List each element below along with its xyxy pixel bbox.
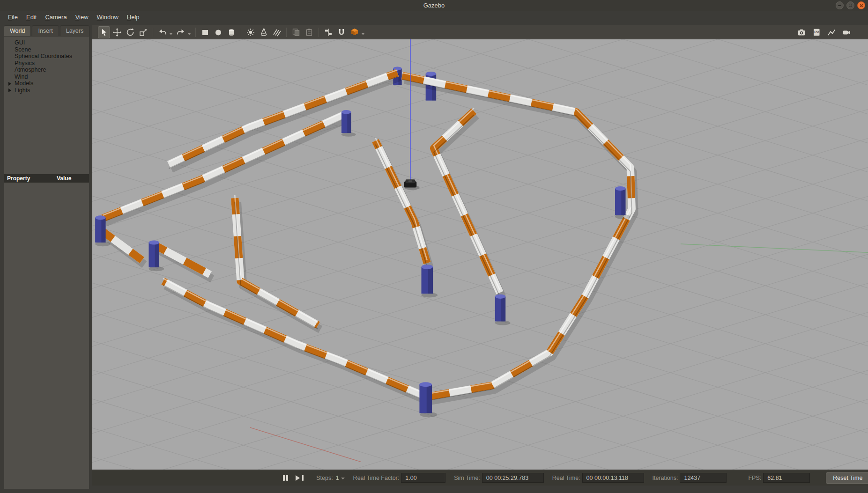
copy-icon [291,28,301,37]
video-camera-icon [842,28,851,37]
property-column-header: Property [4,175,57,182]
step-button[interactable] [294,472,305,484]
real-time-label: Real Time: [552,475,580,481]
sun-icon [246,28,255,37]
tree-item-wind[interactable]: Wind [8,74,87,81]
iterations-label: Iterations: [653,475,678,481]
expand-arrow-icon[interactable] [8,88,11,92]
step-icon [296,475,300,481]
tab-world[interactable]: World [4,25,31,36]
steps-spinner[interactable]: 1 [336,475,345,481]
magnet-icon [337,28,346,37]
redo-icon [176,28,185,37]
log-recording-button[interactable]: LOG [810,26,823,38]
menu-file[interactable]: File [4,12,22,22]
tree-item-lights[interactable]: Lights [8,87,87,94]
undo-icon [158,28,167,37]
directional-light-button[interactable] [271,26,283,38]
insert-sphere-button[interactable] [212,26,224,38]
rtf-field[interactable]: 1.00 [401,473,445,483]
steps-caret-icon[interactable] [341,478,345,479]
tree-item-spherical-coordinates[interactable]: Spherical Coordinates [8,53,87,60]
minimize-button[interactable] [836,1,844,9]
property-table-header: Property Value [4,174,89,183]
steps-value: 1 [336,475,339,481]
sim-time-label: Sim Time: [454,475,480,481]
view-caret-icon[interactable] [362,33,364,35]
tree-item-atmosphere[interactable]: Atmosphere [8,66,87,74]
undo-history-caret-icon[interactable] [170,33,172,35]
simulation-statusbar: Steps: 1 Real Time Factor: 1.00 Sim Time… [92,470,868,486]
reset-time-button[interactable]: Reset Time [826,472,868,484]
real-time-field[interactable]: 00 00:00:13.118 [582,473,644,483]
screenshot-button[interactable] [795,26,808,38]
fps-field[interactable]: 62.81 [763,473,810,483]
tab-layers[interactable]: Layers [60,25,90,36]
tree-item-models[interactable]: Models [8,80,87,87]
titlebar: Gazebo [0,0,868,11]
sphere-icon [214,28,223,37]
pillar[interactable] [341,110,356,137]
translate-tool-button[interactable] [111,26,123,38]
rotate-tool-button[interactable] [124,26,136,38]
scale-icon [139,28,148,37]
insert-box-button[interactable] [199,26,211,38]
left-panel: World Insert Layers GUI Scene Spherical … [4,25,89,489]
align-tool-button[interactable] [322,26,334,38]
window-controls [836,1,865,9]
maximize-button[interactable] [846,1,854,9]
change-view-button[interactable] [349,26,361,38]
directional-light-icon [272,28,282,37]
expand-arrow-icon[interactable] [8,82,11,86]
record-video-button[interactable] [840,26,853,38]
close-button[interactable] [857,1,865,9]
toolbar-separator [319,28,319,37]
redo-history-caret-icon[interactable] [188,33,191,35]
iterations-field[interactable]: 12437 [680,473,727,483]
menu-edit[interactable]: Edit [22,12,41,22]
toolbar-separator [195,28,196,37]
select-arrow-icon [99,28,109,37]
tree-item-physics[interactable]: Physics [8,60,87,67]
menubar: File Edit Camera View Window Help [0,11,868,22]
toolbar-separator [286,28,287,37]
align-icon [324,28,333,37]
tree-item-scene[interactable]: Scene [8,46,87,53]
render-viewport[interactable] [92,39,868,470]
panel-tabs: World Insert Layers [4,25,89,36]
snap-tool-button[interactable] [335,26,348,38]
sim-time-field[interactable]: 00 00:25:29.783 [482,473,544,483]
menu-view[interactable]: View [71,12,93,22]
gazebo-3d-scene[interactable] [92,39,868,470]
redo-button[interactable] [175,26,187,38]
barrier-bottom-edges [103,77,632,401]
pillar[interactable] [495,294,511,325]
step-icon [302,475,304,481]
steps-label: Steps: [316,475,333,481]
copy-button[interactable] [290,26,302,38]
view-cube-icon [350,28,359,37]
y-axis-line [681,244,868,252]
menu-camera[interactable]: Camera [41,12,71,22]
fps-label: FPS: [748,475,761,481]
menu-window[interactable]: Window [93,12,123,22]
scale-tool-button[interactable] [137,26,149,38]
plot-button[interactable] [825,26,838,38]
point-light-button[interactable] [245,26,257,38]
translate-icon [112,28,122,37]
insert-cylinder-button[interactable] [225,26,237,38]
robot[interactable] [404,179,420,190]
tree-item-gui[interactable]: GUI [8,39,87,46]
pillar[interactable] [422,265,438,297]
pause-button[interactable] [280,472,291,484]
select-tool-button[interactable] [98,26,110,38]
spot-light-button[interactable] [258,26,270,38]
plot-icon [827,28,836,37]
rtf-label: Real Time Factor: [353,475,400,481]
tab-insert[interactable]: Insert [32,25,59,36]
undo-button[interactable] [156,26,169,38]
paste-button[interactable] [303,26,315,38]
svg-text:LOG: LOG [814,30,819,33]
toolbar-separator [153,28,153,37]
menu-help[interactable]: Help [123,12,144,22]
